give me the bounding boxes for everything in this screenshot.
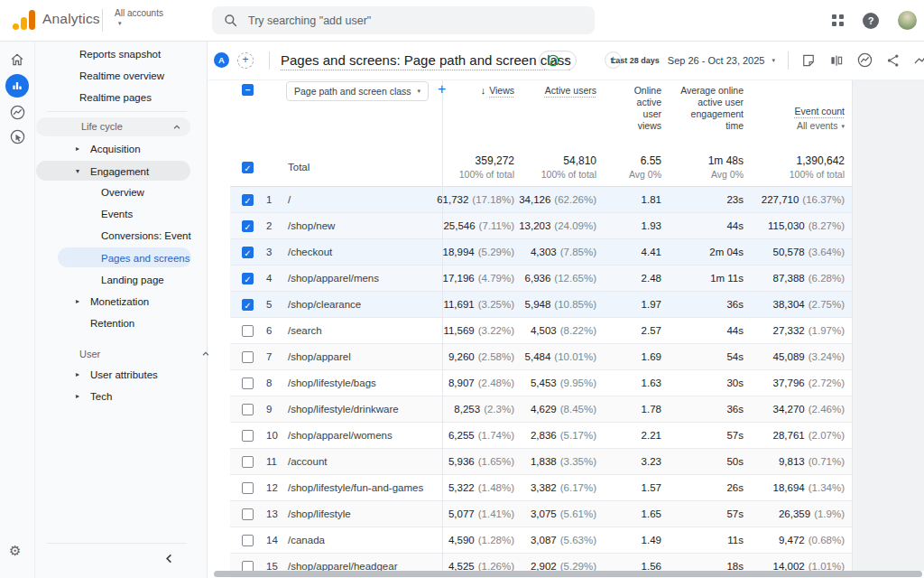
event-filter[interactable]: All events ▾ — [797, 120, 845, 132]
metric-value: 5,077 — [448, 508, 475, 519]
compare-icon[interactable] — [828, 52, 845, 69]
sidebar-item-pages-and-screens-row[interactable]: Pages and screens — [34, 247, 207, 269]
metric-percent: (3.25%) — [478, 299, 514, 310]
avatar[interactable] — [898, 11, 917, 30]
sidebar-item-reports-snapshot[interactable]: Reports snapshot — [34, 43, 207, 65]
expand-arrow-icon[interactable]: ▸ — [76, 386, 79, 407]
row-checkbox[interactable] — [242, 508, 254, 520]
column-header-avg-engagement-time[interactable]: Average online active user engagement ti… — [663, 85, 745, 132]
sidebar-item-acquisition[interactable]: ▸ Acquisition — [34, 138, 207, 160]
sidebar-item-conversions[interactable]: Conversions: Event name — [34, 225, 207, 247]
add-comparison-button[interactable]: + — [237, 52, 254, 69]
row-checkbox[interactable]: ✓ — [242, 220, 254, 232]
metric-percent: (3.22%) — [478, 325, 514, 336]
row-metric: 17,196(4.79%) — [439, 273, 516, 284]
metric-percent: (5.61%) — [560, 508, 596, 519]
column-header-online-active-user-views[interactable]: Online active user views — [598, 85, 663, 132]
sidebar-item-overview[interactable]: Overview — [34, 182, 207, 203]
sidebar-item-events[interactable]: Events — [34, 203, 207, 225]
chevron-up-icon[interactable] — [172, 123, 181, 132]
expand-arrow-icon[interactable]: ▸ — [76, 291, 79, 312]
row-page-path: /canada — [288, 535, 439, 545]
top-bar: Analytics All accounts ▾ ? — [0, 0, 924, 42]
row-checkbox[interactable]: ✓ — [242, 194, 254, 206]
row-metric: 36s — [663, 404, 745, 415]
expand-arrow-icon[interactable]: ▸ — [76, 138, 79, 160]
date-range-picker[interactable]: Sep 26 - Oct 23, 2025 — [668, 55, 765, 66]
settings-gear-icon[interactable]: ⚙ — [9, 543, 21, 559]
help-icon[interactable]: ? — [863, 13, 879, 29]
metric-value: 11s — [727, 535, 744, 545]
row-checkbox[interactable]: ✓ — [242, 299, 254, 311]
row-page-path: /account — [288, 456, 439, 467]
row-checkbox[interactable] — [242, 404, 254, 415]
notes-icon[interactable] — [800, 52, 817, 69]
metric-percent: (7.11%) — [479, 220, 514, 231]
advertising-icon[interactable] — [9, 128, 26, 145]
row-checkbox[interactable] — [242, 325, 254, 337]
reports-icon[interactable] — [5, 74, 29, 98]
comparison-badge[interactable]: A — [214, 52, 229, 68]
row-checkbox[interactable] — [242, 456, 254, 468]
report-status-pill[interactable]: ▾ — [539, 51, 577, 70]
metric-value: 11,569 — [443, 325, 474, 336]
row-checkbox[interactable] — [242, 482, 254, 494]
chevron-down-icon[interactable]: ▾ — [772, 57, 775, 64]
apps-grid-icon[interactable] — [832, 14, 844, 26]
table-row: ✓5/shop/clearance11,691(3.25%)5,948(10.8… — [230, 292, 852, 318]
sidebar-item-realtime-pages[interactable]: Realtime pages — [34, 87, 207, 108]
sidebar-item-user-attributes[interactable]: ▸ User attributes — [34, 364, 207, 386]
report-title[interactable]: Pages and screens: Page path and screen … — [281, 41, 571, 79]
row-checkbox[interactable]: ✓ — [242, 273, 254, 284]
row-page-path: /checkout — [288, 247, 439, 257]
metric-percent: (2.3%) — [484, 404, 514, 415]
chevron-down-icon[interactable]: ▾ — [118, 20, 122, 27]
metric-percent: (2.07%) — [808, 430, 845, 441]
insights-icon[interactable] — [913, 52, 924, 69]
sidebar-item-realtime-overview[interactable]: Realtime overview — [34, 65, 207, 87]
sidebar-item-retention[interactable]: Retention — [34, 312, 207, 334]
share-icon[interactable] — [885, 52, 901, 69]
total-checkbox[interactable]: ✓ — [242, 162, 254, 173]
horizontal-scrollbar[interactable] — [214, 571, 922, 577]
home-icon[interactable] — [9, 51, 25, 68]
column-header-active-users[interactable]: Active users — [516, 85, 598, 132]
row-metric: 9,813(0.71%) — [745, 456, 852, 467]
section-life-cycle[interactable]: Life cycle — [36, 117, 190, 136]
search-bar[interactable] — [212, 6, 595, 34]
row-checkbox[interactable] — [242, 378, 254, 389]
row-page-path: /shop/lifestyle/fun-and-games — [288, 482, 439, 493]
expand-arrow-icon[interactable]: ▸ — [76, 364, 79, 386]
brand-name: Analytics — [42, 11, 100, 27]
row-page-path: /shop/lifestyle — [288, 508, 439, 519]
metric-value: 4,503 — [531, 325, 557, 336]
row-number: 5 — [266, 299, 288, 310]
row-checkbox[interactable]: ✓ — [242, 247, 254, 258]
row-metric: 4,503(8.22%) — [516, 325, 598, 336]
row-checkbox[interactable] — [242, 351, 254, 363]
sidebar-item-monetization[interactable]: ▸ Monetization — [34, 291, 207, 312]
dimension-selector[interactable]: Page path and screen class ▾ — [286, 81, 429, 101]
sidebar-item-tech[interactable]: ▸ Tech — [34, 386, 207, 407]
explore-icon[interactable] — [9, 104, 26, 121]
scrollbar-thumb[interactable] — [214, 571, 922, 577]
column-header-views[interactable]: ↓ Views — [439, 85, 516, 132]
sidebar-item-engagement-row[interactable]: ▾ Engagement — [34, 161, 207, 182]
sidebar-item-landing-page[interactable]: Landing page — [34, 269, 207, 291]
row-metric: 1.63 — [598, 378, 663, 388]
metric-percent: (1.97%) — [808, 325, 845, 336]
collapse-sidebar-icon[interactable] — [163, 553, 175, 564]
row-metric: 8,253(2.3%) — [439, 404, 516, 415]
select-all-checkbox[interactable]: – — [242, 84, 254, 96]
row-checkbox[interactable] — [242, 430, 254, 442]
account-switcher[interactable]: All accounts — [115, 8, 163, 18]
column-header-event-count[interactable]: Event count All events ▾ — [745, 85, 852, 132]
row-metric: 5,948(10.85%) — [516, 299, 598, 310]
metric-value: 11,691 — [443, 299, 474, 310]
collapse-arrow-icon[interactable]: ▾ — [76, 161, 79, 182]
row-metric: 26s — [663, 482, 745, 493]
explore-report-icon[interactable] — [856, 51, 873, 69]
section-user[interactable]: User — [34, 343, 207, 365]
search-input[interactable] — [246, 14, 539, 28]
row-checkbox[interactable] — [242, 535, 254, 546]
